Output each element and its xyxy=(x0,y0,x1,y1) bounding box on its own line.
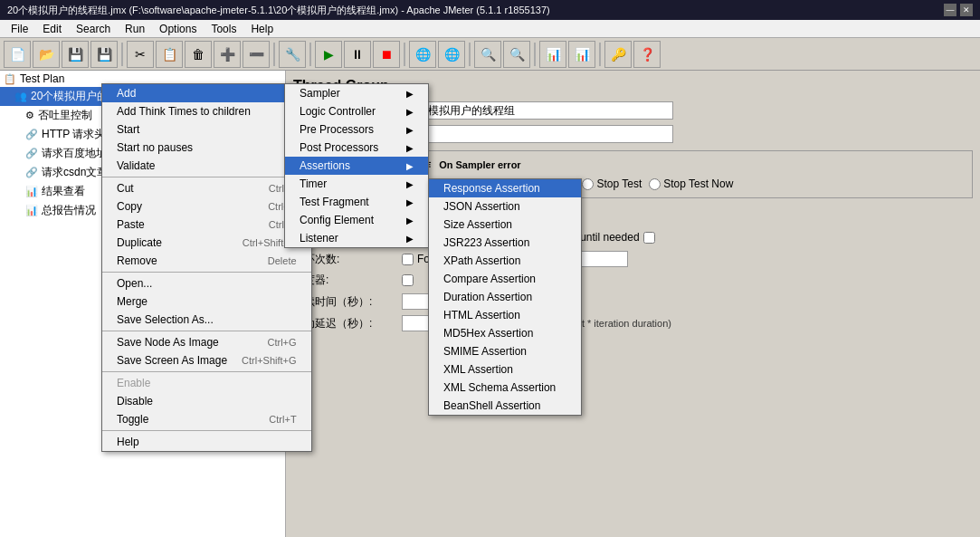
cm-save-node-image[interactable]: Save Node As Image Ctrl+G xyxy=(102,333,286,351)
cm-sep-3 xyxy=(102,331,286,331)
toolbar-save[interactable]: 💾 xyxy=(62,41,89,68)
toolbar-help[interactable]: ❓ xyxy=(633,41,661,68)
submenu-add-listener[interactable]: Listener ▶ xyxy=(285,229,286,247)
cm-remove[interactable]: Remove Delete xyxy=(102,252,286,270)
toolbar-sep-2 xyxy=(273,43,275,66)
forever-checkbox[interactable] xyxy=(402,254,414,265)
tree-item1-icon: ⚙ xyxy=(25,110,34,121)
radio-stop-test[interactable]: Stop Test xyxy=(582,177,642,190)
minimize-button[interactable]: — xyxy=(944,4,956,16)
cm-enable-label: Enable xyxy=(117,377,150,389)
toolbar-sep-4 xyxy=(404,43,405,66)
menu-search[interactable]: Search xyxy=(69,21,118,37)
cm-sep-1 xyxy=(102,177,286,177)
toolbar-start[interactable]: ▶ xyxy=(315,41,342,68)
radio-stop-test-input[interactable] xyxy=(582,178,594,190)
toolbar-remove[interactable]: ➖ xyxy=(243,41,270,68)
radio-stop-test-label: Stop Test xyxy=(596,177,642,190)
toolbar-chart1[interactable]: 📊 xyxy=(539,41,566,68)
cm-duplicate-shortcut: Ctrl+Shift+C xyxy=(243,237,286,248)
menu-edit[interactable]: Edit xyxy=(35,21,69,37)
toolbar-search1[interactable]: 🔍 xyxy=(474,41,501,68)
submenu-add-config[interactable]: Config Element ▶ xyxy=(285,211,286,229)
cm-toggle-label: Toggle xyxy=(117,413,148,426)
tree-plan-label: Test Plan xyxy=(20,72,64,85)
toolbar-cut[interactable]: ✂ xyxy=(127,41,154,68)
cm-save-selection[interactable]: Save Selection As... xyxy=(102,311,286,329)
tree-item6-icon: 📊 xyxy=(25,205,38,216)
loop-count-input[interactable] xyxy=(574,251,628,267)
cm-add[interactable]: Add ▶ xyxy=(102,84,286,102)
toolbar-settings[interactable]: 🔧 xyxy=(279,41,306,68)
cm-cut[interactable]: Cut Ctrl+X xyxy=(102,179,286,197)
toolbar-open[interactable]: 📂 xyxy=(33,41,60,68)
cm-open[interactable]: Open... xyxy=(102,274,286,292)
toolbar-key[interactable]: 🔑 xyxy=(604,41,632,68)
radio-stop-test-now-input[interactable] xyxy=(649,178,661,190)
menu-file[interactable]: File xyxy=(4,21,35,37)
cm-help[interactable]: Help xyxy=(102,433,286,451)
left-panel: 📋 Test Plan 👥 20个模拟用户的线程组 ⚙ 否吐里控制 🔗 HTTP… xyxy=(0,71,286,537)
cm-add-think-times[interactable]: Add Think Times to children xyxy=(102,102,286,120)
cm-start-no-pauses[interactable]: Start no pauses xyxy=(102,139,286,157)
toolbar-globe1[interactable]: 🌐 xyxy=(409,41,436,68)
toolbar-saveas[interactable]: 💾 xyxy=(90,41,118,68)
cm-copy[interactable]: Copy Ctrl+C xyxy=(102,197,286,216)
cm-cut-label: Cut xyxy=(117,182,134,195)
submenu-add-post[interactable]: Post Processors ▶ xyxy=(285,139,286,157)
cm-add-label: Add xyxy=(117,87,136,100)
comment-input[interactable] xyxy=(402,125,673,143)
toolbar-globe2[interactable]: 🌐 xyxy=(438,41,465,68)
tree-item3-icon: 🔗 xyxy=(25,148,38,159)
radio-stop-test-now[interactable]: Stop Test Now xyxy=(649,177,733,190)
menu-run[interactable]: Run xyxy=(118,21,152,37)
toolbar-chart2[interactable]: 📊 xyxy=(568,41,595,68)
tree-item4-label: 请求csdn文章 xyxy=(42,165,108,180)
cm-toggle[interactable]: Toggle Ctrl+T xyxy=(102,410,286,428)
scheduler-row: 调度器: xyxy=(293,273,973,288)
cm-paste-label: Paste xyxy=(117,218,145,231)
toolbar-search2[interactable]: 🔍 xyxy=(503,41,530,68)
cm-paste[interactable]: Paste Ctrl+V xyxy=(102,216,286,234)
cm-open-label: Open... xyxy=(117,277,152,290)
duration-row: 持续时间（秒）: xyxy=(293,293,973,310)
cm-save-screen-image[interactable]: Save Screen As Image Ctrl+Shift+G xyxy=(102,351,286,369)
submenu-add-assertions[interactable]: Assertions ▶ xyxy=(285,157,286,175)
submenu-add-pre[interactable]: Pre Processors ▶ xyxy=(285,120,286,139)
toolbar-copy[interactable]: 📋 xyxy=(156,41,183,68)
toolbar-pause[interactable]: ⏸ xyxy=(344,41,371,68)
close-button[interactable]: ✕ xyxy=(960,4,973,16)
cm-toggle-shortcut: Ctrl+T xyxy=(269,414,286,425)
radio-stop-test-now-label: Stop Test Now xyxy=(663,177,733,190)
tree-item2-label: HTTP 请求头 xyxy=(42,127,105,142)
menu-options[interactable]: Options xyxy=(152,21,204,37)
submenu-add: Sampler ▶ Logic Controller ▶ Pre Process… xyxy=(284,83,286,248)
toolbar-sep-5 xyxy=(469,43,471,66)
cm-add-think-label: Add Think Times to children xyxy=(117,105,251,118)
toolbar-new[interactable]: 📄 xyxy=(4,41,31,68)
submenu-add-logic[interactable]: Logic Controller ▶ xyxy=(285,102,286,120)
submenu-add-fragment[interactable]: Test Fragment ▶ xyxy=(285,193,286,211)
cm-save-node-label: Save Node As Image xyxy=(117,336,219,349)
menu-help[interactable]: Help xyxy=(243,21,281,37)
tree-plan-icon: 📋 xyxy=(4,73,16,85)
cm-start[interactable]: Start xyxy=(102,120,286,139)
toolbar-sep-1 xyxy=(121,43,123,66)
toolbar-add[interactable]: ➕ xyxy=(214,41,241,68)
cm-sep-2 xyxy=(102,272,286,273)
window-controls: — ✕ xyxy=(944,4,973,16)
name-input[interactable] xyxy=(402,101,673,120)
submenu-add-timer[interactable]: Timer ▶ xyxy=(285,175,286,193)
cm-duplicate-label: Duplicate xyxy=(117,236,162,249)
toolbar-stop[interactable]: ⏹ xyxy=(373,41,400,68)
tree-item5-icon: 📊 xyxy=(25,186,38,197)
menu-tools[interactable]: Tools xyxy=(204,21,243,37)
cm-disable[interactable]: Disable xyxy=(102,392,286,410)
cm-merge[interactable]: Merge xyxy=(102,292,286,311)
cm-duplicate[interactable]: Duplicate Ctrl+Shift+C xyxy=(102,234,286,252)
delay-creation-checkbox[interactable] xyxy=(643,232,655,244)
scheduler-checkbox[interactable] xyxy=(402,274,414,286)
submenu-add-sampler[interactable]: Sampler ▶ xyxy=(285,84,286,102)
toolbar-delete[interactable]: 🗑 xyxy=(185,41,212,68)
cm-validate[interactable]: Validate xyxy=(102,157,286,175)
